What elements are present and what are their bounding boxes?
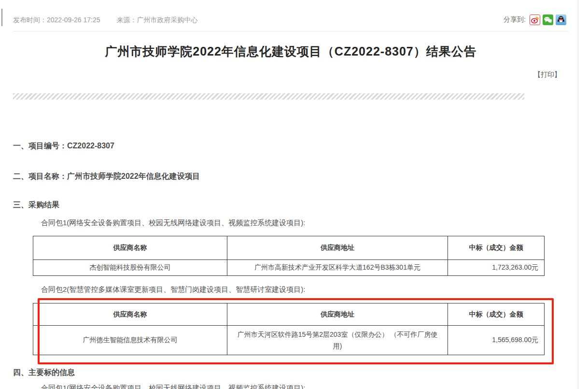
section-procurement-result: 三、采购结果 bbox=[13, 200, 59, 210]
award-amount-cell: 1,723,263.00元 bbox=[448, 260, 545, 276]
supplier-address-cell: 广州市高新技术产业开发区科学大道162号B3栋301单元 bbox=[227, 260, 448, 276]
table-row: 广州德生智能信息技术有限公司 广州市天河区软件路15号第2层203室（仅限办公）… bbox=[33, 326, 545, 355]
left-edge-scroll-artifact bbox=[1, 9, 2, 26]
header-award-amount: 中标（成交）金额 bbox=[448, 236, 545, 260]
qq-icon[interactable] bbox=[556, 14, 566, 25]
share-label: 分享到: bbox=[504, 15, 526, 24]
source-label: 来源： bbox=[117, 16, 137, 25]
award-amount-cell: 1,565,698.00元 bbox=[448, 326, 545, 355]
package1-label: 合同包1(网络安全设备购置项目、校园无线网络建设项目、视频监控系统建设项目): bbox=[41, 218, 306, 228]
publish-time: 发布时间：2022-09-26 17:25 bbox=[13, 16, 100, 25]
supplier-address-cell: 广州市天河区软件路15号第2层203室（仅限办公） （不可作厂房使用) bbox=[227, 326, 448, 355]
section-project-name: 二、项目名称：广州市技师学院2022年信息化建设项目 bbox=[13, 172, 200, 182]
header-supplier-address: 供应商地址 bbox=[227, 303, 448, 326]
page-title: 广州市技师学院2022年信息化建设项目（CZ2022-8307）结果公告 bbox=[13, 43, 568, 59]
package1-result-table: 供应商名称 供应商地址 中标（成交）金额 杰创智能科技股份有限公司 广州市高新技… bbox=[33, 236, 545, 276]
supplier-name-cell: 广州德生智能信息技术有限公司 bbox=[33, 326, 227, 355]
header-supplier-name: 供应商名称 bbox=[33, 236, 227, 260]
table-header-row: 供应商名称 供应商地址 中标（成交）金额 bbox=[33, 303, 545, 326]
content-right-border bbox=[578, 0, 578, 389]
sina-weibo-icon[interactable] bbox=[530, 14, 540, 25]
publish-time-value: 2022-09-26 17:25 bbox=[47, 16, 100, 25]
announcement-page: 发布时间：2022-09-26 17:25 来源：广州市政府采购中心 分享到: bbox=[0, 0, 588, 389]
header-award-amount: 中标（成交）金额 bbox=[448, 303, 545, 326]
share-bar: 分享到: bbox=[504, 14, 566, 25]
wechat-icon[interactable] bbox=[543, 14, 553, 25]
print-button[interactable]: 【打印】 bbox=[534, 71, 561, 78]
package2-result-table: 供应商名称 供应商地址 中标（成交）金额 广州德生智能信息技术有限公司 广州市天… bbox=[33, 303, 545, 355]
supplier-name-cell: 杰创智能科技股份有限公司 bbox=[33, 260, 227, 276]
publish-time-label: 发布时间： bbox=[13, 16, 47, 25]
source-value: 广州市政府采购中心 bbox=[137, 16, 198, 25]
source: 来源：广州市政府采购中心 bbox=[117, 16, 198, 25]
table-header-row: 供应商名称 供应商地址 中标（成交）金额 bbox=[33, 236, 545, 260]
header-supplier-address: 供应商地址 bbox=[227, 236, 448, 260]
section-main-subject-info: 四、主要标的信息 bbox=[13, 368, 75, 378]
print-row: 【打印】 bbox=[13, 70, 561, 79]
header-divider bbox=[13, 31, 568, 31]
package2-label: 合同包2(智慧管控多媒体课室更新项目、智慧门岗建设项目、智慧研讨室建设项目): bbox=[41, 285, 306, 294]
table-row: 杰创智能科技股份有限公司 广州市高新技术产业开发区科学大道162号B3栋301单… bbox=[33, 260, 545, 276]
package1-label-partial: 合同包1(网络安全设备购置项目、校园无线网络建设项目、视频监控系统建设项目): bbox=[41, 384, 306, 389]
hatched-divider bbox=[13, 93, 524, 100]
article-meta: 发布时间：2022-09-26 17:25 来源：广州市政府采购中心 bbox=[13, 16, 198, 25]
header-supplier-name: 供应商名称 bbox=[33, 303, 227, 326]
section-project-number: 一、项目编号：CZ2022-8307 bbox=[13, 141, 114, 151]
